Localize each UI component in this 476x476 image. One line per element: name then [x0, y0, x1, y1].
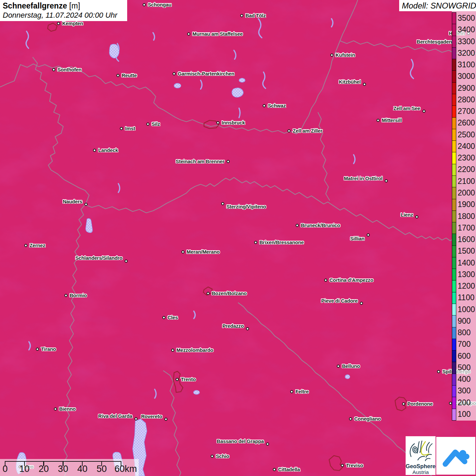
city-label: Bad Tölz	[245, 13, 266, 18]
page-title: Schneefallgrenze [m]	[3, 1, 124, 11]
model-label: Modell: SNOWGRID	[399, 0, 476, 11]
city-dot-icon	[290, 390, 293, 393]
legend-color-segment	[452, 269, 456, 280]
city-label: Sonthofen	[57, 67, 82, 72]
legend-value-label: 1200	[458, 282, 475, 291]
legend-color-segment	[452, 316, 456, 327]
city-dot-icon	[337, 365, 340, 368]
legend-color-segment	[452, 129, 456, 141]
city-dot-icon	[296, 224, 299, 227]
city-label: Garmisch-Partenkirchen	[178, 71, 234, 76]
city-dot-icon	[221, 202, 224, 205]
legend-color-segment	[452, 83, 456, 94]
city-label: Conegliano	[354, 416, 381, 422]
legend-value-label: 3500	[458, 14, 475, 23]
legend-value-label: 2800	[458, 95, 475, 104]
legend-color-segment	[452, 199, 456, 211]
legend-color-segment	[452, 386, 456, 397]
city-dot-icon	[266, 443, 269, 446]
legend-color-segment	[452, 106, 456, 117]
legend-value-label: 1900	[458, 200, 475, 209]
city-dot-icon	[246, 327, 249, 330]
legend-color-segment	[452, 141, 456, 152]
city-dot-icon	[263, 104, 266, 107]
city-dot-icon	[65, 294, 68, 297]
city-label: Mittersill	[382, 118, 402, 123]
legend-color-segment	[452, 234, 456, 245]
city-dot-icon	[143, 3, 146, 6]
legend-color-segment	[452, 362, 456, 374]
legend-value-label: 1600	[458, 235, 475, 244]
legend-color-segment	[452, 374, 456, 386]
city-dot-icon	[24, 244, 28, 247]
legend-value-label: 1500	[458, 247, 475, 256]
legend-value-label: 1000	[458, 305, 475, 314]
legend-color-segment	[452, 351, 456, 362]
city-dot-icon	[36, 348, 39, 351]
legend-color-segment	[452, 257, 456, 269]
geosphere-logo-country: Austria	[406, 469, 436, 475]
city-dot-icon	[171, 349, 174, 352]
city-dot-icon	[227, 160, 230, 163]
scale-bar-label: 30	[58, 464, 68, 474]
legend-color-segment	[452, 304, 456, 316]
legend-value-label: 900	[458, 316, 471, 325]
city-label: Mezzolombardo	[176, 347, 213, 353]
city-dot-icon	[330, 54, 334, 57]
city-dot-icon	[147, 123, 150, 126]
legend-color-segment	[452, 292, 456, 304]
legend-color-segment	[452, 409, 456, 420]
city-dot-icon	[363, 83, 366, 86]
legend-color-segment	[452, 327, 456, 339]
city-dot-icon	[125, 260, 128, 263]
city-dot-icon	[273, 468, 276, 471]
city-dot-icon	[324, 279, 327, 282]
city-label: Schwaz	[268, 103, 286, 108]
city-label: Schongau	[148, 2, 171, 7]
city-label: Nauders	[63, 199, 82, 204]
city-label: Bozen/Bolzano	[212, 291, 247, 296]
city-label: Sterzing/Vipiteno	[226, 204, 266, 209]
city-label: Bassano del Grappa	[217, 439, 264, 444]
legend-color-segment	[452, 222, 456, 234]
legend-value-label: 3300	[458, 37, 475, 46]
city-label: Riva del Garda	[98, 413, 132, 419]
city-label: Bormio	[70, 293, 87, 298]
legend-panel: 3500340033003200310030002900280027002600…	[452, 11, 476, 421]
city-label: Lienz	[401, 212, 413, 218]
legend-color-segment	[452, 164, 456, 176]
city-label: Feltre	[295, 389, 309, 394]
scale-bar-label: 0	[2, 464, 7, 474]
legend-value-label: 2600	[458, 118, 475, 128]
city-dot-icon	[415, 216, 419, 219]
city-dot-icon	[217, 121, 220, 124]
city-label: Silz	[152, 121, 160, 127]
title-heading: Schneefallgrenze	[3, 1, 67, 10]
city-label: Belluno	[342, 363, 360, 369]
legend-color-segment	[452, 94, 456, 106]
city-label: Kufstein	[336, 52, 355, 58]
city-dot-icon	[173, 72, 176, 75]
geosphere-contour-icon	[408, 438, 434, 464]
legend-color-segment	[452, 152, 456, 164]
legend-value-label: 2300	[458, 153, 475, 163]
city-label: Brixen/Bressanone	[259, 240, 304, 245]
city-dot-icon	[402, 403, 405, 406]
legend-color-segment	[452, 280, 456, 292]
legend-value-label: 1100	[458, 293, 474, 302]
map-scale-bar: 0102030405060km	[0, 459, 139, 476]
city-dot-icon	[385, 180, 388, 183]
city-label: Kitzbühel	[339, 79, 361, 85]
weather-map-screenshot: SchongauBad TölzKemptenMurnau am Staffel…	[0, 0, 476, 476]
legend-value-label: 2700	[458, 107, 475, 116]
city-label: Pieve di Cadore	[321, 298, 358, 304]
city-label: Berchtesgaden	[417, 39, 452, 45]
city-label: Cittadella	[278, 467, 300, 472]
city-label: Zell am Ziller	[293, 128, 322, 134]
legend-value-label: 300	[458, 386, 471, 395]
legend-color-segment	[452, 397, 456, 409]
legend-value-label: 800	[458, 328, 471, 337]
city-label: Imst	[125, 126, 135, 131]
title-datetime: Donnerstag, 11.07.2024 00:00 Uhr	[3, 11, 124, 20]
legend-value-label: 3200	[458, 48, 475, 57]
